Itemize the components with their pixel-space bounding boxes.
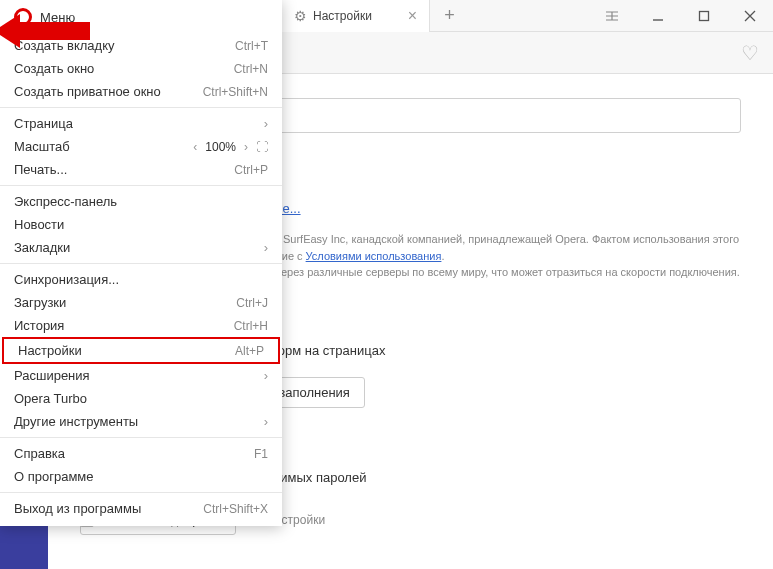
chevron-right-icon: › [264, 240, 268, 255]
vpn-terms-link[interactable]: Условиями использования [306, 250, 442, 262]
red-arrow-callout [86, 14, 90, 48]
fullscreen-icon[interactable]: ⛶ [256, 140, 268, 154]
chevron-right-icon: › [264, 368, 268, 383]
zoom-value: 100% [205, 140, 236, 154]
chevron-right-icon: › [264, 414, 268, 429]
menu-page[interactable]: Страница › [0, 112, 282, 135]
chevron-right-icon[interactable]: › [244, 140, 248, 154]
gear-icon: ⚙ [294, 8, 307, 24]
chevron-right-icon: › [264, 116, 268, 131]
menu-downloads[interactable]: Загрузки Ctrl+J [0, 291, 282, 314]
menu-exit[interactable]: Выход из программы Ctrl+Shift+X [0, 497, 282, 520]
close-window-icon[interactable] [727, 0, 773, 32]
maximize-icon[interactable] [681, 0, 727, 32]
menu-zoom[interactable]: Масштаб ‹ 100% › ⛶ [0, 135, 282, 158]
menu-bookmarks[interactable]: Закладки › [0, 236, 282, 259]
menu-extensions[interactable]: Расширения › [0, 364, 282, 387]
tab-settings[interactable]: ⚙ Настройки × [282, 0, 430, 32]
tab-title: Настройки [313, 9, 372, 23]
menu-new-private[interactable]: Создать приватное окно Ctrl+Shift+N [0, 80, 282, 103]
menu-news[interactable]: Новости [0, 213, 282, 236]
heart-icon[interactable]: ♡ [741, 41, 759, 65]
new-tab-button[interactable]: + [430, 5, 469, 26]
minimize-icon[interactable] [635, 0, 681, 32]
tab-overview-icon[interactable] [589, 0, 635, 32]
menu-help[interactable]: Справка F1 [0, 442, 282, 465]
menu-other-tools[interactable]: Другие инструменты › [0, 410, 282, 433]
close-icon[interactable]: × [408, 8, 417, 24]
menu-settings[interactable]: Настройки Alt+P [2, 337, 280, 364]
menu-speed-dial[interactable]: Экспресс-панель [0, 190, 282, 213]
window-controls [589, 0, 773, 32]
svg-rect-0 [700, 11, 709, 20]
menu-print[interactable]: Печать... Ctrl+P [0, 158, 282, 181]
main-menu: Меню Создать вкладку Ctrl+T Создать окно… [0, 0, 282, 526]
menu-history[interactable]: История Ctrl+H [0, 314, 282, 337]
menu-about[interactable]: О программе [0, 465, 282, 488]
menu-new-window[interactable]: Создать окно Ctrl+N [0, 57, 282, 80]
menu-sync[interactable]: Синхронизация... [0, 268, 282, 291]
menu-opera-turbo[interactable]: Opera Turbo [0, 387, 282, 410]
chevron-left-icon[interactable]: ‹ [193, 140, 197, 154]
